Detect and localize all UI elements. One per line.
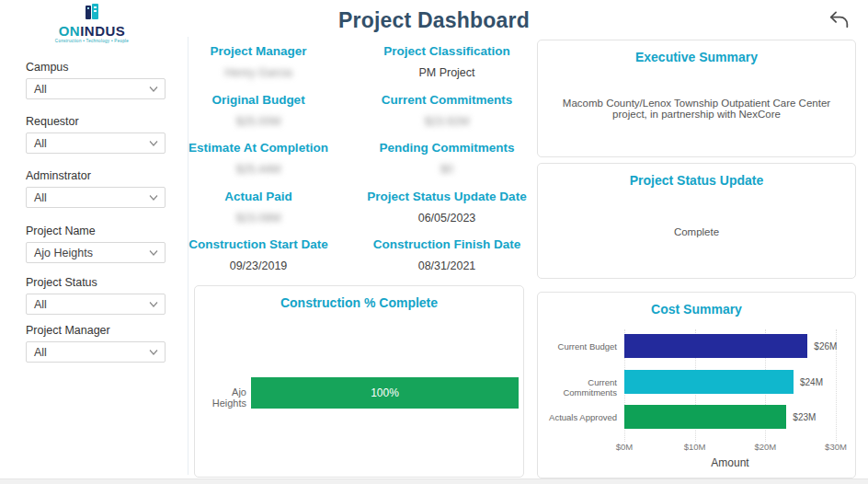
- x-tick-label: $10M: [684, 442, 706, 452]
- field-project-classification: Project ClassificationPM Project: [323, 44, 571, 79]
- field-label: Pending Commitments: [323, 141, 571, 155]
- filter-value: All: [34, 298, 47, 311]
- field-label: Current Commitments: [323, 93, 571, 107]
- field-project-status-update-date: Project Status Update Date06/05/2023: [323, 190, 571, 225]
- filter-value: Ajo Heights: [34, 247, 93, 259]
- onindus-logo: ONINDUS Construction • Technology • Peop…: [28, 3, 156, 43]
- field-value: $0: [323, 163, 571, 176]
- filter-value: All: [34, 346, 47, 359]
- field-current-commitments: Current Commitments$23.92M: [323, 93, 571, 128]
- cost-summary-title: Cost Summary: [538, 302, 855, 317]
- onindus-tagline: Construction • Technology • People: [28, 39, 156, 43]
- undo-arrow-icon: [826, 7, 851, 33]
- filter-label: Project Manager: [26, 324, 166, 337]
- project-dashboard: Project Dashboard ONINDUS Construction •…: [0, 0, 868, 484]
- field-value: 08/31/2021: [323, 259, 571, 272]
- executive-summary-card: Executive Summary Macomb County/Lenox To…: [537, 40, 856, 157]
- x-tick-label: $0M: [616, 442, 633, 452]
- filter-dropdown[interactable]: All: [26, 341, 166, 363]
- cost-bar[interactable]: [624, 405, 786, 429]
- chevron-down-icon: [149, 86, 158, 93]
- x-tick-label: $30M: [825, 442, 847, 452]
- bottom-strip: [0, 478, 868, 484]
- field-pending-commitments: Pending Commitments$0: [323, 141, 571, 176]
- executive-summary-title: Executive Summary: [538, 50, 855, 64]
- cost-bar[interactable]: [624, 370, 794, 394]
- field-value: 06/05/2023: [323, 212, 571, 225]
- filter-project-manager: Project ManagerAll: [26, 324, 166, 363]
- field-label: Construction Finish Date: [323, 237, 571, 251]
- cost-bar[interactable]: [624, 334, 807, 358]
- project-status-update-body: Complete: [538, 226, 855, 237]
- construction-category-label: Ajo Heights: [202, 386, 246, 409]
- cost-summary-xaxis-label: Amount: [624, 456, 836, 469]
- cost-category-label: Actuals Approved: [538, 412, 617, 422]
- field-label: Project Classification: [323, 44, 571, 58]
- cost-summary-card: Cost Summary $0M$10M$20M$30MCurrent Budg…: [537, 292, 856, 478]
- cost-category-label: Current Budget: [538, 341, 617, 351]
- filter-value: All: [34, 191, 47, 204]
- filter-dropdown[interactable]: All: [26, 294, 166, 315]
- filter-project-status: Project StatusAll: [26, 276, 166, 315]
- field-value: PM Project: [323, 66, 571, 79]
- onindus-logo-icon: [82, 3, 102, 23]
- project-status-update-title: Project Status Update: [538, 173, 855, 188]
- filter-value: All: [34, 137, 47, 150]
- cost-bar-value: $26M: [814, 341, 837, 351]
- project-status-update-card: Project Status Update Complete: [537, 163, 856, 279]
- filter-value: All: [34, 83, 47, 96]
- cost-category-label: Current Commitments: [538, 377, 617, 398]
- executive-summary-body: Macomb County/Lenox Township Outpatient …: [538, 98, 855, 120]
- field-label: Project Status Update Date: [323, 190, 571, 203]
- construction-bar[interactable]: 100%: [251, 377, 519, 409]
- filter-label: Project Status: [26, 276, 166, 289]
- chevron-down-icon: [149, 349, 158, 356]
- chevron-down-icon: [149, 301, 158, 308]
- construction-complete-title: Construction % Complete: [195, 295, 523, 310]
- x-tick-label: $20M: [754, 442, 776, 452]
- field-value: $23.92M: [323, 115, 571, 128]
- field-construction-finish-date: Construction Finish Date08/31/2021: [323, 237, 571, 272]
- filter-label: Project Name: [26, 225, 166, 237]
- cost-bar-value: $23M: [793, 412, 816, 422]
- onindus-wordmark: ONINDUS: [28, 24, 156, 38]
- construction-complete-card: Construction % Complete Ajo Heights100%: [194, 285, 524, 478]
- cost-bar-value: $24M: [800, 377, 823, 387]
- back-button[interactable]: [826, 7, 851, 33]
